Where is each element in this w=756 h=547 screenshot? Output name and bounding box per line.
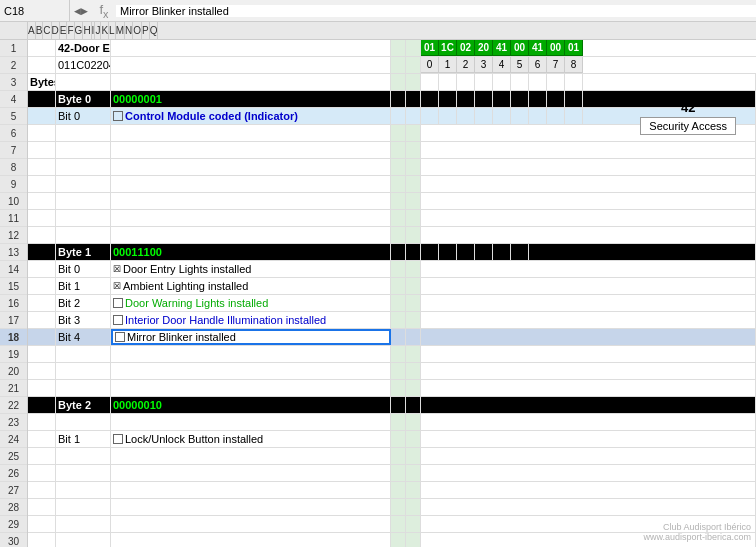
row-num-1[interactable]: 1 <box>0 40 27 57</box>
row-num-19[interactable]: 19 <box>0 346 27 363</box>
cell-m4[interactable] <box>547 91 565 107</box>
cell-d4[interactable] <box>391 91 406 107</box>
cell-n4[interactable] <box>565 91 583 107</box>
cell-b9[interactable] <box>56 176 111 192</box>
row-num-12[interactable]: 12 <box>0 227 27 244</box>
cell-a30[interactable] <box>28 533 56 547</box>
formula-input[interactable]: Mirror Blinker installed <box>116 5 756 17</box>
cell-b29[interactable] <box>56 516 111 532</box>
cell-b26[interactable] <box>56 465 111 481</box>
cell-g5[interactable] <box>439 108 457 124</box>
cell-q26[interactable] <box>421 465 756 481</box>
cell-q14[interactable] <box>421 261 756 277</box>
cell-b21[interactable] <box>56 380 111 396</box>
table-row[interactable] <box>28 176 756 193</box>
cell-g13[interactable] <box>439 244 457 260</box>
cell-a3[interactable]: Bytes <box>28 74 56 90</box>
row-num-13[interactable]: 13 <box>0 244 27 261</box>
cell-e11[interactable] <box>406 210 421 226</box>
row-num-15[interactable]: 15 <box>0 278 27 295</box>
cell-d21[interactable] <box>391 380 406 396</box>
cell-q13[interactable] <box>529 244 756 260</box>
table-row[interactable] <box>28 363 756 380</box>
table-row[interactable] <box>28 465 756 482</box>
cell-d11[interactable] <box>391 210 406 226</box>
row-num-27[interactable]: 27 <box>0 482 27 499</box>
cell-d28[interactable] <box>391 499 406 515</box>
cell-a29[interactable] <box>28 516 56 532</box>
cell-c28[interactable] <box>111 499 391 515</box>
cell-q16[interactable] <box>421 295 756 311</box>
cell-a26[interactable] <box>28 465 56 481</box>
cell-d9[interactable] <box>391 176 406 192</box>
cell-a27[interactable] <box>28 482 56 498</box>
cell-c13[interactable]: 00011100 <box>111 244 391 260</box>
table-row[interactable]: Bit 1 ☒ Ambient Lighting installed <box>28 278 756 295</box>
cell-q18[interactable] <box>421 329 756 345</box>
cell-f13[interactable] <box>421 244 439 260</box>
cell-c2[interactable] <box>111 57 391 73</box>
cell-e30[interactable] <box>406 533 421 547</box>
col-header-q[interactable]: Q <box>150 22 159 39</box>
cell-i5[interactable] <box>475 108 493 124</box>
cell-b16[interactable]: Bit 2 <box>56 295 111 311</box>
cell-d15[interactable] <box>391 278 406 294</box>
cell-b22[interactable]: Byte 2 <box>56 397 111 413</box>
col-header-n[interactable]: N <box>125 22 133 39</box>
table-row[interactable]: Byte 2 00000010 <box>28 397 756 414</box>
cell-k5[interactable] <box>511 108 529 124</box>
cell-a13[interactable] <box>28 244 56 260</box>
cell-c27[interactable] <box>111 482 391 498</box>
row-num-17[interactable]: 17 <box>0 312 27 329</box>
cell-d25[interactable] <box>391 448 406 464</box>
cell-d17[interactable] <box>391 312 406 328</box>
cell-e14[interactable] <box>406 261 421 277</box>
cell-a21[interactable] <box>28 380 56 396</box>
cell-e4[interactable] <box>406 91 421 107</box>
cell-m3[interactable] <box>547 74 565 90</box>
cell-d2[interactable] <box>391 57 406 73</box>
cell-d20[interactable] <box>391 363 406 379</box>
col-header-m[interactable]: M <box>116 22 125 39</box>
cell-a8[interactable] <box>28 159 56 175</box>
cell-i13[interactable] <box>475 244 493 260</box>
cell-d5[interactable] <box>391 108 406 124</box>
cell-d30[interactable] <box>391 533 406 547</box>
table-row[interactable] <box>28 448 756 465</box>
cell-b30[interactable] <box>56 533 111 547</box>
cell-a7[interactable] <box>28 142 56 158</box>
cell-c3[interactable] <box>111 74 391 90</box>
cell-l5[interactable] <box>529 108 547 124</box>
table-row[interactable]: 011C02204100410001 0 1 2 3 4 5 6 7 8 <box>28 57 756 74</box>
cell-e1[interactable] <box>406 40 421 56</box>
cell-f5[interactable] <box>421 108 439 124</box>
table-row[interactable]: Bit 0 ☒ Door Entry Lights installed <box>28 261 756 278</box>
cell-q8[interactable] <box>421 159 756 175</box>
cell-a22[interactable] <box>28 397 56 413</box>
cell-e28[interactable] <box>406 499 421 515</box>
table-row[interactable]: Bytes <box>28 74 756 91</box>
cell-j3[interactable] <box>493 74 511 90</box>
row-num-26[interactable]: 26 <box>0 465 27 482</box>
row-num-6[interactable]: 6 <box>0 125 27 142</box>
cell-a14[interactable] <box>28 261 56 277</box>
row-num-3[interactable]: 3 <box>0 74 27 91</box>
row-num-9[interactable]: 9 <box>0 176 27 193</box>
cell-b8[interactable] <box>56 159 111 175</box>
cell-e13[interactable] <box>406 244 421 260</box>
cell-h3[interactable] <box>457 74 475 90</box>
cell-g4[interactable] <box>439 91 457 107</box>
cell-b15[interactable]: Bit 1 <box>56 278 111 294</box>
cell-c19[interactable] <box>111 346 391 362</box>
cell-a28[interactable] <box>28 499 56 515</box>
cell-e12[interactable] <box>406 227 421 243</box>
cell-q20[interactable] <box>421 363 756 379</box>
cell-q12[interactable] <box>421 227 756 243</box>
col-header-c[interactable]: C <box>43 22 51 39</box>
cell-c18[interactable]: Mirror Blinker installed <box>111 329 391 345</box>
cell-e20[interactable] <box>406 363 421 379</box>
cell-e2[interactable] <box>406 57 421 73</box>
cell-q27[interactable] <box>421 482 756 498</box>
cell-c1[interactable] <box>111 40 391 56</box>
cell-l3[interactable] <box>529 74 547 90</box>
